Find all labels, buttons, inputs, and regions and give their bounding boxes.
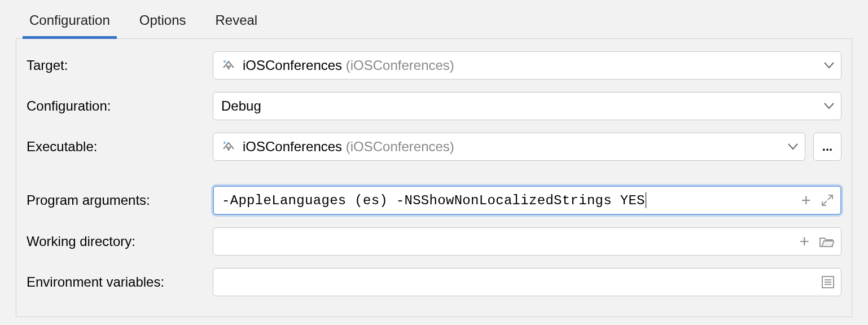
app-icon [221, 58, 236, 73]
chevron-down-icon [788, 143, 798, 150]
tab-options[interactable]: Options [139, 8, 186, 38]
target-hint: (iOSConferences) [346, 58, 454, 73]
expand-icon[interactable] [821, 194, 834, 207]
executable-select[interactable]: iOSConferences (iOSConferences) [213, 133, 805, 161]
app-icon [221, 139, 236, 154]
configuration-select[interactable]: Debug [213, 92, 841, 120]
configuration-label: Configuration: [27, 98, 213, 114]
chevron-down-icon [824, 103, 834, 109]
environment-variables-input[interactable] [213, 268, 841, 296]
environment-variables-label: Environment variables: [27, 274, 213, 290]
chevron-down-icon [824, 62, 834, 69]
configuration-panel: Target: iOSConferences (iOSCo [16, 38, 852, 317]
folder-icon[interactable] [819, 235, 834, 248]
tab-configuration[interactable]: Configuration [29, 8, 110, 38]
working-directory-input[interactable]: + [213, 227, 841, 256]
svg-point-7 [223, 142, 226, 144]
program-arguments-value: -AppleLanguages (es) -NSShowNonLocalized… [222, 193, 645, 208]
add-icon[interactable]: + [801, 192, 811, 209]
tab-reveal[interactable]: Reveal [215, 8, 257, 38]
text-caret [646, 192, 646, 208]
working-directory-label: Working directory: [27, 234, 213, 249]
executable-name: iOSConferences [243, 139, 342, 155]
tab-bar: Configuration Options Reveal [16, 0, 852, 38]
target-name: iOSConferences [243, 58, 342, 73]
list-icon[interactable] [822, 276, 834, 288]
executable-hint: (iOSConferences) [346, 139, 454, 155]
target-label: Target: [27, 58, 213, 73]
add-icon[interactable]: + [799, 233, 809, 250]
svg-point-3 [223, 60, 226, 63]
target-select[interactable]: iOSConferences (iOSConferences) [213, 51, 841, 80]
program-arguments-input[interactable]: -AppleLanguages (es) -NSShowNonLocalized… [213, 186, 841, 215]
executable-label: Executable: [27, 139, 213, 155]
program-arguments-label: Program arguments: [27, 192, 213, 208]
configuration-value: Debug [221, 98, 261, 114]
executable-browse-button[interactable]: ... [813, 133, 841, 161]
